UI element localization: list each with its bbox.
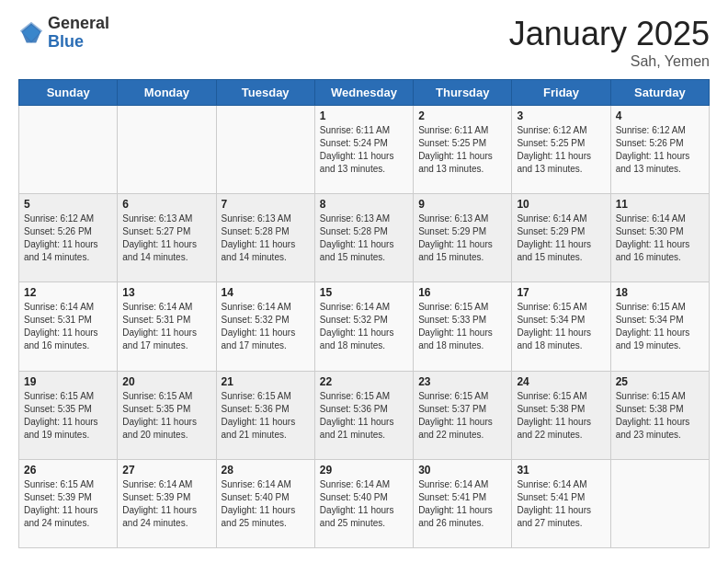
calendar-cell: 15Sunrise: 6:14 AM Sunset: 5:32 PM Dayli…: [314, 282, 413, 371]
day-of-week-saturday: Saturday: [610, 80, 709, 106]
day-number: 29: [320, 464, 408, 477]
day-info: Sunrise: 6:15 AM Sunset: 5:33 PM Dayligh…: [418, 301, 506, 352]
day-info: Sunrise: 6:14 AM Sunset: 5:41 PM Dayligh…: [517, 478, 605, 530]
calendar-cell: 30Sunrise: 6:14 AM Sunset: 5:41 PM Dayli…: [414, 459, 512, 547]
calendar-week-5: 26Sunrise: 6:15 AM Sunset: 5:39 PM Dayli…: [19, 459, 710, 547]
day-info: Sunrise: 6:15 AM Sunset: 5:34 PM Dayligh…: [616, 301, 704, 352]
calendar-cell: 3Sunrise: 6:12 AM Sunset: 5:25 PM Daylig…: [512, 106, 610, 194]
page: General Blue January 2025 Sah, Yemen Sun…: [0, 0, 728, 563]
day-number: 24: [517, 375, 605, 388]
calendar-cell: 20Sunrise: 6:15 AM Sunset: 5:35 PM Dayli…: [118, 371, 216, 459]
calendar-cell: [19, 106, 118, 194]
calendar-cell: 7Sunrise: 6:13 AM Sunset: 5:28 PM Daylig…: [216, 194, 314, 282]
location-title: Sah, Yemen: [509, 53, 710, 70]
calendar-cell: 29Sunrise: 6:14 AM Sunset: 5:40 PM Dayli…: [314, 459, 413, 547]
calendar-cell: [216, 106, 314, 194]
day-number: 27: [122, 464, 210, 477]
day-number: 12: [24, 286, 112, 299]
day-number: 28: [222, 464, 310, 477]
day-number: 25: [616, 375, 704, 388]
day-number: 23: [418, 375, 506, 388]
day-number: 18: [616, 286, 704, 299]
day-number: 4: [616, 109, 704, 122]
day-number: 13: [122, 286, 210, 299]
day-number: 2: [418, 109, 506, 122]
calendar-week-2: 5Sunrise: 6:12 AM Sunset: 5:26 PM Daylig…: [19, 194, 710, 282]
day-of-week-wednesday: Wednesday: [314, 80, 413, 106]
day-number: 31: [517, 464, 605, 477]
calendar-cell: 22Sunrise: 6:15 AM Sunset: 5:36 PM Dayli…: [314, 371, 413, 459]
logo-text: General Blue: [48, 15, 109, 52]
day-number: 1: [320, 109, 408, 122]
day-info: Sunrise: 6:11 AM Sunset: 5:25 PM Dayligh…: [418, 124, 506, 176]
calendar-cell: [118, 106, 216, 194]
day-number: 22: [320, 375, 408, 388]
day-info: Sunrise: 6:13 AM Sunset: 5:28 PM Dayligh…: [222, 213, 310, 264]
logo-icon: [18, 20, 44, 46]
day-info: Sunrise: 6:15 AM Sunset: 5:39 PM Dayligh…: [24, 478, 112, 530]
calendar-cell: 13Sunrise: 6:14 AM Sunset: 5:31 PM Dayli…: [118, 282, 216, 371]
day-info: Sunrise: 6:14 AM Sunset: 5:32 PM Dayligh…: [222, 301, 310, 352]
day-number: 21: [222, 375, 310, 388]
calendar-cell: 10Sunrise: 6:14 AM Sunset: 5:29 PM Dayli…: [512, 194, 610, 282]
calendar-cell: 23Sunrise: 6:15 AM Sunset: 5:37 PM Dayli…: [414, 371, 512, 459]
logo-blue: Blue: [48, 33, 109, 52]
day-info: Sunrise: 6:15 AM Sunset: 5:34 PM Dayligh…: [517, 301, 605, 352]
day-number: 17: [517, 286, 605, 299]
day-info: Sunrise: 6:15 AM Sunset: 5:38 PM Dayligh…: [616, 390, 704, 442]
day-number: 8: [320, 198, 408, 211]
calendar-week-1: 1Sunrise: 6:11 AM Sunset: 5:24 PM Daylig…: [19, 106, 710, 194]
calendar-cell: 18Sunrise: 6:15 AM Sunset: 5:34 PM Dayli…: [610, 282, 709, 371]
calendar-cell: 25Sunrise: 6:15 AM Sunset: 5:38 PM Dayli…: [610, 371, 709, 459]
day-info: Sunrise: 6:15 AM Sunset: 5:38 PM Dayligh…: [517, 390, 605, 442]
day-info: Sunrise: 6:14 AM Sunset: 5:40 PM Dayligh…: [222, 478, 310, 530]
day-info: Sunrise: 6:14 AM Sunset: 5:41 PM Dayligh…: [418, 478, 506, 530]
calendar-cell: 19Sunrise: 6:15 AM Sunset: 5:35 PM Dayli…: [19, 371, 118, 459]
header: General Blue January 2025 Sah, Yemen: [18, 15, 710, 70]
day-info: Sunrise: 6:14 AM Sunset: 5:30 PM Dayligh…: [616, 213, 704, 264]
calendar-cell: 31Sunrise: 6:14 AM Sunset: 5:41 PM Dayli…: [512, 459, 610, 547]
calendar-cell: 2Sunrise: 6:11 AM Sunset: 5:25 PM Daylig…: [414, 106, 512, 194]
calendar-cell: 21Sunrise: 6:15 AM Sunset: 5:36 PM Dayli…: [216, 371, 314, 459]
day-number: 26: [24, 464, 112, 477]
day-info: Sunrise: 6:14 AM Sunset: 5:29 PM Dayligh…: [517, 213, 605, 264]
calendar-cell: 17Sunrise: 6:15 AM Sunset: 5:34 PM Dayli…: [512, 282, 610, 371]
day-info: Sunrise: 6:13 AM Sunset: 5:28 PM Dayligh…: [320, 213, 408, 264]
day-info: Sunrise: 6:13 AM Sunset: 5:29 PM Dayligh…: [418, 213, 506, 264]
calendar-cell: 27Sunrise: 6:14 AM Sunset: 5:39 PM Dayli…: [118, 459, 216, 547]
day-info: Sunrise: 6:14 AM Sunset: 5:39 PM Dayligh…: [122, 478, 210, 530]
day-number: 7: [222, 198, 310, 211]
calendar-cell: 16Sunrise: 6:15 AM Sunset: 5:33 PM Dayli…: [414, 282, 512, 371]
day-number: 9: [418, 198, 506, 211]
calendar: SundayMondayTuesdayWednesdayThursdayFrid…: [18, 79, 710, 548]
calendar-cell: 4Sunrise: 6:12 AM Sunset: 5:26 PM Daylig…: [610, 106, 709, 194]
calendar-cell: 26Sunrise: 6:15 AM Sunset: 5:39 PM Dayli…: [19, 459, 118, 547]
day-info: Sunrise: 6:12 AM Sunset: 5:26 PM Dayligh…: [616, 124, 704, 176]
day-number: 14: [222, 286, 310, 299]
day-info: Sunrise: 6:15 AM Sunset: 5:35 PM Dayligh…: [122, 390, 210, 442]
calendar-week-4: 19Sunrise: 6:15 AM Sunset: 5:35 PM Dayli…: [19, 371, 710, 459]
calendar-cell: 5Sunrise: 6:12 AM Sunset: 5:26 PM Daylig…: [19, 194, 118, 282]
calendar-week-3: 12Sunrise: 6:14 AM Sunset: 5:31 PM Dayli…: [19, 282, 710, 371]
day-number: 15: [320, 286, 408, 299]
calendar-header-row: SundayMondayTuesdayWednesdayThursdayFrid…: [19, 80, 710, 106]
calendar-cell: 14Sunrise: 6:14 AM Sunset: 5:32 PM Dayli…: [216, 282, 314, 371]
day-number: 20: [122, 375, 210, 388]
calendar-cell: 12Sunrise: 6:14 AM Sunset: 5:31 PM Dayli…: [19, 282, 118, 371]
day-number: 5: [24, 198, 112, 211]
day-info: Sunrise: 6:11 AM Sunset: 5:24 PM Dayligh…: [320, 124, 408, 176]
calendar-cell: 24Sunrise: 6:15 AM Sunset: 5:38 PM Dayli…: [512, 371, 610, 459]
calendar-cell: 6Sunrise: 6:13 AM Sunset: 5:27 PM Daylig…: [118, 194, 216, 282]
day-info: Sunrise: 6:13 AM Sunset: 5:27 PM Dayligh…: [122, 213, 210, 264]
calendar-cell: 11Sunrise: 6:14 AM Sunset: 5:30 PM Dayli…: [610, 194, 709, 282]
day-of-week-thursday: Thursday: [414, 80, 512, 106]
logo: General Blue: [18, 15, 109, 52]
title-block: January 2025 Sah, Yemen: [509, 15, 710, 70]
day-number: 16: [418, 286, 506, 299]
month-title: January 2025: [509, 15, 710, 53]
day-of-week-friday: Friday: [512, 80, 610, 106]
day-number: 6: [122, 198, 210, 211]
day-number: 19: [24, 375, 112, 388]
day-number: 11: [616, 198, 704, 211]
calendar-cell: 9Sunrise: 6:13 AM Sunset: 5:29 PM Daylig…: [414, 194, 512, 282]
